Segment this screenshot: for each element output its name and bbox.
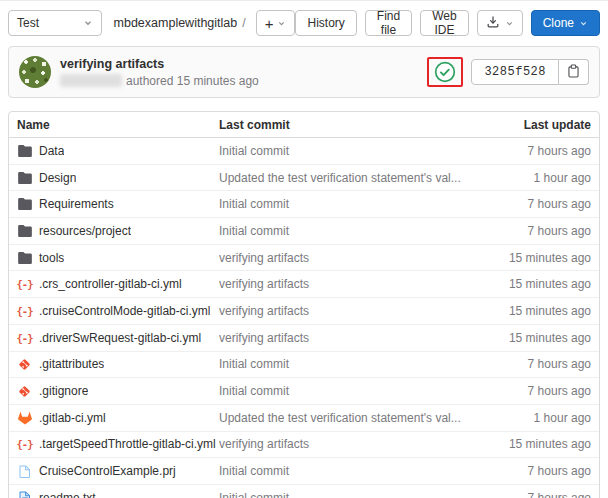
file-name-link[interactable]: .targetSpeedThrottle-gitlab-ci.yml: [39, 437, 216, 451]
history-button[interactable]: History: [295, 10, 356, 36]
file-tree-table: Name Last commit Last update Data Initia…: [8, 111, 600, 498]
table-row[interactable]: {-} .targetSpeedThrottle-gitlab-ci.yml v…: [9, 432, 599, 459]
plus-icon: +: [265, 16, 274, 31]
file-name-cell: .gitlab-ci.yml: [17, 411, 219, 425]
yaml-file-icon: {-}: [17, 278, 32, 290]
find-file-button[interactable]: Find file: [365, 10, 412, 36]
branch-selector-value: Test: [17, 16, 39, 30]
yaml-file-icon: {-}: [17, 438, 32, 450]
last-update-time: 7 hours ago: [461, 197, 591, 211]
file-name-cell: Data: [17, 144, 219, 158]
chevron-down-icon: [579, 19, 588, 28]
folder-icon: [17, 145, 32, 157]
table-row[interactable]: {-} .crs_controller-gitlab-ci.yml verify…: [9, 271, 599, 298]
table-row[interactable]: .gitlab-ci.yml Updated the test verifica…: [9, 405, 599, 432]
commit-byline: authored 15 minutes ago: [60, 74, 259, 88]
last-update-time: 7 hours ago: [461, 357, 591, 371]
file-name-link[interactable]: Requirements: [39, 197, 114, 211]
table-row[interactable]: {-} .cruiseControlMode-gitlab-ci.yml ver…: [9, 298, 599, 325]
file-name-cell: Requirements: [17, 197, 219, 211]
last-update-time: 7 hours ago: [461, 491, 591, 498]
file-name-cell: {-} .cruiseControlMode-gitlab-ci.yml: [17, 304, 219, 318]
table-row[interactable]: Data Initial commit 7 hours ago: [9, 138, 599, 165]
table-row[interactable]: {-} .driverSwRequest-gitlab-ci.yml verif…: [9, 325, 599, 352]
last-commit-message-link[interactable]: verifying artifacts: [219, 331, 461, 345]
last-update-time: 7 hours ago: [461, 384, 591, 398]
last-commit-message-link[interactable]: Initial commit: [219, 384, 461, 398]
file-name-cell: {-} .driverSwRequest-gitlab-ci.yml: [17, 331, 219, 345]
last-commit-message-link[interactable]: Updated the test verification statement'…: [219, 171, 461, 185]
clone-button[interactable]: Clone: [531, 10, 600, 36]
web-ide-button[interactable]: Web IDE: [420, 10, 468, 36]
add-to-repo-button[interactable]: +: [256, 10, 296, 36]
last-commit-message-link[interactable]: verifying artifacts: [219, 437, 461, 451]
file-name-link[interactable]: Design: [39, 171, 76, 185]
file-name-cell: readme.txt: [17, 491, 219, 498]
prj-file-icon: [17, 465, 32, 478]
last-commit-message-link[interactable]: Updated the test verification statement'…: [219, 411, 461, 425]
copy-commit-sha-icon: [567, 64, 580, 81]
file-name-link[interactable]: .cruiseControlMode-gitlab-ci.yml: [39, 304, 210, 318]
commit-info: verifying artifacts authored 15 minutes …: [60, 57, 259, 88]
last-update-time: 15 minutes ago: [461, 437, 591, 451]
commit-sha-group: 3285f528: [471, 59, 589, 85]
file-name-link[interactable]: .gitlab-ci.yml: [39, 411, 106, 425]
last-commit-message-link[interactable]: Initial commit: [219, 197, 461, 211]
yaml-file-icon: {-}: [17, 332, 32, 344]
commit-sha: 3285f528: [471, 59, 559, 85]
file-name-link[interactable]: tools: [39, 251, 64, 265]
table-row[interactable]: readme.txt Initial commit 7 hours ago: [9, 485, 599, 498]
table-row[interactable]: Design Updated the test verification sta…: [9, 165, 599, 192]
file-name-link[interactable]: readme.txt: [39, 491, 96, 498]
file-name-link[interactable]: .driverSwRequest-gitlab-ci.yml: [39, 331, 201, 345]
txt-file-icon: [17, 491, 32, 498]
chevron-down-icon: [505, 19, 514, 28]
breadcrumb-project-link[interactable]: mbdexamplewithgitlab: [114, 16, 238, 30]
last-commit-message-link[interactable]: Initial commit: [219, 464, 461, 478]
annotation-highlight-box: [427, 57, 463, 87]
pipeline-passed-check-icon[interactable]: [434, 61, 456, 83]
table-row[interactable]: Requirements Initial commit 7 hours ago: [9, 191, 599, 218]
folder-icon: [17, 198, 32, 210]
commit-authored-text: authored 15 minutes ago: [126, 74, 259, 88]
table-row[interactable]: resources/project Initial commit 7 hours…: [9, 218, 599, 245]
git-logo-icon: [17, 358, 32, 371]
file-name-link[interactable]: .gitignore: [39, 384, 88, 398]
last-commit-message-link[interactable]: verifying artifacts: [219, 304, 461, 318]
folder-icon: [17, 225, 32, 237]
file-name-link[interactable]: CruiseControlExample.prj: [39, 464, 176, 478]
commit-title-link[interactable]: verifying artifacts: [60, 57, 259, 71]
table-row[interactable]: .gitattributes Initial commit 7 hours ag…: [9, 352, 599, 379]
last-commit-message-link[interactable]: verifying artifacts: [219, 277, 461, 291]
file-table-body: Data Initial commit 7 hours ago Design U…: [9, 138, 599, 498]
file-name-cell: tools: [17, 251, 219, 265]
git-logo-icon: [17, 385, 32, 398]
folder-icon: [17, 172, 32, 184]
table-row[interactable]: tools verifying artifacts 15 minutes ago: [9, 245, 599, 272]
copy-commit-sha-button[interactable]: [559, 59, 589, 85]
last-commit-message-link[interactable]: Initial commit: [219, 357, 461, 371]
last-update-time: 15 minutes ago: [461, 331, 591, 345]
file-name-link[interactable]: Data: [39, 144, 64, 158]
commit-author-avatar[interactable]: [19, 56, 51, 88]
table-row[interactable]: CruiseControlExample.prj Initial commit …: [9, 458, 599, 485]
table-row[interactable]: .gitignore Initial commit 7 hours ago: [9, 378, 599, 405]
file-name-link[interactable]: resources/project: [39, 224, 131, 238]
last-commit-message-link[interactable]: Initial commit: [219, 491, 461, 498]
download-source-button[interactable]: [477, 10, 523, 36]
file-name-cell: {-} .targetSpeedThrottle-gitlab-ci.yml: [17, 437, 219, 451]
download-icon: [486, 15, 500, 32]
chevron-down-icon: [277, 19, 286, 28]
last-commit-message-link[interactable]: Initial commit: [219, 224, 461, 238]
file-name-cell: CruiseControlExample.prj: [17, 464, 219, 478]
last-commit-message-link[interactable]: Initial commit: [219, 144, 461, 158]
last-update-time: 1 hour ago: [461, 171, 591, 185]
file-name-link[interactable]: .gitattributes: [39, 357, 104, 371]
branch-selector[interactable]: Test: [8, 10, 102, 36]
repo-toolbar: Test mbdexamplewithgitlab / + History Fi…: [0, 1, 608, 46]
last-commit-box: verifying artifacts authored 15 minutes …: [8, 46, 600, 98]
last-update-time: 7 hours ago: [461, 144, 591, 158]
file-name-cell: Design: [17, 171, 219, 185]
last-commit-message-link[interactable]: verifying artifacts: [219, 251, 461, 265]
file-name-link[interactable]: .crs_controller-gitlab-ci.yml: [39, 277, 182, 291]
